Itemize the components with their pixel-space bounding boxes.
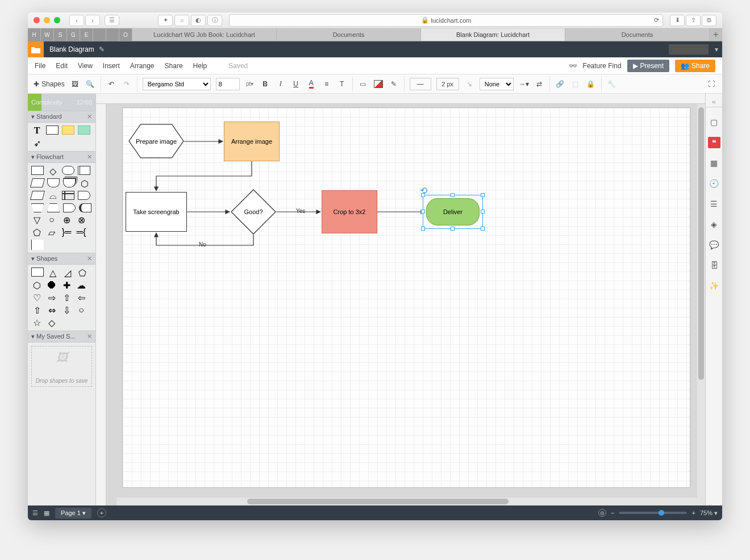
sh-pent[interactable]: ⬠: [77, 268, 88, 278]
fill-color-button[interactable]: [371, 77, 386, 91]
fc-card[interactable]: ▱: [46, 227, 57, 237]
line-end-select[interactable]: None: [480, 78, 514, 90]
list-view-icon[interactable]: ☰: [32, 509, 38, 517]
sh-hex[interactable]: ⬡: [31, 280, 43, 290]
text-shape[interactable]: T: [31, 126, 43, 136]
pinned-tab[interactable]: H: [28, 28, 40, 41]
text-color-button[interactable]: A: [304, 77, 319, 91]
data-icon[interactable]: 🗄: [709, 260, 720, 271]
edge-label-no[interactable]: No: [199, 241, 206, 248]
sh-arr-u2[interactable]: ⇧: [31, 305, 43, 315]
zoom-value[interactable]: 75% ▾: [700, 509, 718, 517]
account-menu[interactable]: ▾: [711, 45, 722, 53]
fc-delay2[interactable]: [78, 191, 90, 200]
fc-brace-r[interactable]: }═: [61, 227, 72, 237]
node-good[interactable]: Good?: [231, 189, 276, 235]
menu-edit[interactable]: Edit: [56, 62, 68, 70]
browser-tab-active[interactable]: Blank Diagram: Lucidchart: [421, 28, 565, 41]
ext-1[interactable]: ✦: [158, 15, 173, 26]
menu-insert[interactable]: Insert: [103, 62, 120, 70]
pinned-tab[interactable]: W: [41, 28, 53, 41]
close-window-button[interactable]: [34, 17, 40, 23]
back-button[interactable]: ‹: [69, 15, 84, 26]
minimize-window-button[interactable]: [44, 17, 50, 23]
fc-rect[interactable]: [31, 166, 44, 175]
fc-doc[interactable]: [47, 178, 60, 187]
sh-oct[interactable]: ⯃: [46, 280, 57, 290]
link-button[interactable]: 🔗: [553, 77, 568, 91]
menu-view[interactable]: View: [78, 62, 93, 70]
fill-button[interactable]: ▭: [356, 77, 370, 91]
presentation-icon[interactable]: ▦: [709, 157, 720, 169]
menu-share[interactable]: Share: [165, 62, 183, 70]
quote-icon[interactable]: ❝: [708, 137, 720, 148]
line-arrow-start[interactable]: ↘: [462, 77, 477, 91]
close-icon[interactable]: ✕: [87, 333, 92, 340]
edge-label-yes[interactable]: Yes: [296, 208, 305, 214]
section-standard[interactable]: ▾ Standard✕: [28, 111, 95, 123]
page-tab[interactable]: Page 1 ▾: [55, 508, 91, 519]
line-width-input[interactable]: 2 px: [436, 78, 459, 90]
fc-stored[interactable]: [79, 203, 91, 212]
section-shapes[interactable]: ▾ Shapes✕: [28, 253, 95, 265]
sh-heart[interactable]: ♡: [31, 292, 43, 303]
comment-icon[interactable]: 💬: [709, 239, 720, 250]
reload-icon[interactable]: ⟳: [654, 16, 659, 24]
line-style-button[interactable]: —: [410, 78, 431, 90]
pinned-tab[interactable]: O: [119, 28, 132, 41]
fc-diamond[interactable]: ◇: [47, 166, 59, 176]
menu-arrange[interactable]: Arrange: [130, 62, 155, 70]
fc-terminator[interactable]: [62, 166, 74, 175]
undo-button[interactable]: ↶: [104, 77, 119, 91]
fc-data[interactable]: [30, 178, 45, 187]
grid-view-icon[interactable]: ▦: [44, 509, 49, 517]
italic-button[interactable]: I: [273, 77, 288, 91]
pinned-tab[interactable]: [93, 28, 106, 41]
section-saved[interactable]: ▾ My Saved S...✕: [28, 331, 95, 342]
zoom-slider[interactable]: [619, 512, 687, 514]
note-shape[interactable]: [62, 126, 74, 135]
sh-circle[interactable]: ○: [76, 305, 87, 315]
fc-manual[interactable]: [31, 203, 44, 212]
close-icon[interactable]: ✕: [87, 255, 92, 262]
close-icon[interactable]: ✕: [87, 153, 92, 161]
zoom-out-button[interactable]: −: [611, 509, 614, 516]
browser-tab[interactable]: Documents: [565, 28, 709, 41]
rail-collapse-button[interactable]: ‹‹: [706, 97, 722, 107]
fc-delay[interactable]: [63, 203, 76, 212]
block-shape[interactable]: [78, 126, 90, 135]
section-flowchart[interactable]: ▾ Flowchart✕: [28, 151, 95, 163]
image-tool[interactable]: 🖼: [68, 77, 82, 91]
vertical-scrollbar[interactable]: [697, 104, 705, 498]
sh-star[interactable]: ☆: [31, 317, 43, 328]
sh-diamond[interactable]: ◇: [46, 317, 57, 328]
new-tab-button[interactable]: +: [710, 28, 722, 41]
downloads-button[interactable]: ⬇: [670, 15, 685, 26]
line-route-button[interactable]: ⇄: [532, 77, 547, 91]
bold-button[interactable]: B: [258, 77, 273, 91]
sh-cross[interactable]: ✚: [61, 280, 72, 290]
url-bar[interactable]: 🔒lucidchart.com ⟳: [229, 14, 663, 27]
tabs-button[interactable]: ⧉: [702, 15, 716, 26]
target-icon[interactable]: ◎: [598, 509, 606, 517]
fc-circle[interactable]: ○: [46, 215, 57, 225]
arrow-end-button[interactable]: →▾: [516, 77, 531, 91]
fc-or[interactable]: ⊗: [76, 215, 87, 225]
menu-help[interactable]: Help: [193, 62, 207, 70]
sh-arr-l[interactable]: ⇦: [76, 292, 87, 303]
border-color-button[interactable]: ✎: [386, 77, 401, 91]
layers-icon[interactable]: ☰: [709, 198, 720, 210]
fc-tri-down[interactable]: ▽: [31, 215, 43, 225]
rotate-handle-icon[interactable]: ⟲: [420, 185, 427, 196]
close-icon[interactable]: ✕: [87, 113, 92, 120]
node-screengrab[interactable]: Take screengrab: [126, 192, 187, 232]
text-tool[interactable]: T: [335, 77, 349, 91]
page-icon[interactable]: ▢: [709, 116, 720, 128]
fc-predef[interactable]: [78, 166, 90, 175]
redo-button[interactable]: ↷: [119, 77, 134, 91]
arrow-shape[interactable]: ➶: [31, 138, 43, 148]
history-icon[interactable]: 🕘: [709, 178, 720, 189]
sh-arr-lr[interactable]: ⇔: [46, 305, 57, 315]
revision-icon[interactable]: ◈: [709, 219, 720, 230]
saved-dropzone[interactable]: 🖼 Drop shapes to save: [31, 346, 92, 387]
